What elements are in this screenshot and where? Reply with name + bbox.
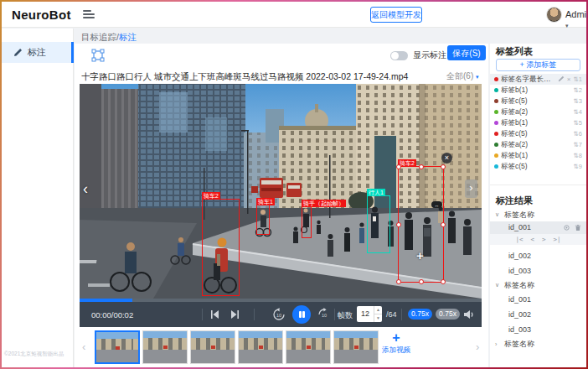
next-frame-button[interactable]: >	[542, 236, 546, 243]
resize-handle[interactable]	[441, 222, 446, 227]
bbox-tool-icon[interactable]	[91, 49, 105, 62]
app-root: NeuroBot 返回模型开发 Admin ▾ 标注 ©2021北京矩视智能出品…	[2, 2, 586, 367]
frame-count-label: 帧数	[338, 310, 353, 321]
tag-label: 标签b(1)	[501, 151, 571, 161]
tag-shortcut: ⇅1	[574, 75, 582, 83]
video-canvas[interactable]: ↔ 骑车2骑车1骑手（起始帧）行人1骑车2 × + ‹ ›	[80, 84, 482, 299]
tag-color-dot	[494, 121, 498, 125]
locate-icon[interactable]	[563, 224, 570, 231]
pause-button[interactable]	[292, 305, 311, 324]
tag-row[interactable]: 标签b(1)⇅5	[490, 117, 586, 128]
annotation-box[interactable]: 骑车2	[398, 166, 444, 283]
strip-next-chevron[interactable]: ›	[476, 340, 479, 353]
crosshair-cursor: +	[416, 248, 424, 262]
video-thumbnail[interactable]	[286, 330, 331, 364]
skip-next-button[interactable]	[230, 309, 240, 320]
back-to-model-dev-button[interactable]: 返回模型开发	[370, 7, 422, 23]
resize-handle[interactable]	[396, 279, 401, 284]
annotation-box-label: 骑手（起始帧）	[302, 200, 346, 207]
chevron-down-icon: ▾	[476, 74, 479, 80]
speed-button-active[interactable]: 0.75x	[408, 309, 432, 320]
result-row[interactable]: id_002	[490, 248, 586, 263]
annotation-box[interactable]: 骑车2	[202, 199, 240, 296]
window-frame: NeuroBot 返回模型开发 Admin ▾ 标注 ©2021北京矩视智能出品…	[0, 0, 588, 369]
result-group-header[interactable]: ›标签名称	[490, 337, 586, 351]
result-row[interactable]: id_002	[490, 307, 586, 322]
sidebar-item-annotate[interactable]: 标注	[2, 42, 74, 63]
tag-color-dot	[494, 164, 498, 169]
resize-handle[interactable]	[441, 164, 446, 169]
chevron-down-icon: ∨	[495, 282, 501, 288]
pencil-icon	[13, 48, 23, 57]
resize-handle[interactable]	[396, 164, 401, 169]
video-thumbnail[interactable]	[190, 330, 235, 364]
stepper-down-icon[interactable]: ▼	[374, 314, 382, 322]
show-annotations-toggle[interactable]	[390, 51, 408, 60]
result-group-header[interactable]: ∨标签名称	[490, 278, 586, 292]
video-thumbnail[interactable]	[238, 330, 283, 364]
save-button[interactable]: 保存(S)	[447, 45, 486, 60]
time-display: 00:00/00:02	[91, 310, 133, 320]
video-thumbnail[interactable]	[142, 330, 188, 364]
skip-prev-button[interactable]	[210, 309, 219, 320]
tag-row[interactable]: 标签a(2)⇅7	[490, 139, 586, 150]
tag-row[interactable]: 标签c(5)⇅3	[490, 96, 586, 107]
tag-row[interactable]: 标签a(2)⇅4	[490, 107, 586, 117]
result-row[interactable]: id_001	[490, 292, 586, 307]
delete-box-button[interactable]: ×	[441, 153, 452, 164]
tag-color-dot	[494, 132, 498, 136]
forward-10-button[interactable]: 10	[317, 308, 331, 321]
tag-row[interactable]: 标签b(1)⇅8	[490, 150, 586, 161]
filmstrip: ‹ + 添加视频 ›	[75, 327, 488, 367]
volume-button[interactable]	[463, 309, 475, 320]
resize-handle[interactable]	[419, 279, 424, 284]
stepper-up-icon[interactable]: ▲	[374, 306, 382, 314]
resize-handle[interactable]	[441, 279, 446, 284]
resize-handle[interactable]	[396, 222, 401, 227]
add-video-button[interactable]: + 添加视频	[377, 330, 415, 364]
avatar[interactable]	[546, 7, 562, 23]
filter-dropdown[interactable]: 全部(6) ▾	[446, 70, 479, 82]
tag-row[interactable]: 标签c(5)⇅6	[490, 128, 586, 139]
collapse-menu-icon[interactable]	[83, 10, 95, 19]
result-row[interactable]: id_003	[490, 322, 586, 337]
tag-row[interactable]: 标签c(5)⇅9	[490, 161, 586, 172]
next-video-chevron[interactable]: ›	[465, 179, 477, 198]
result-row[interactable]: id_003	[490, 263, 586, 278]
video-thumbnail[interactable]	[333, 330, 379, 364]
user-menu[interactable]: Admin ▾	[565, 9, 586, 29]
annotation-box[interactable]: 骑手（起始帧）	[302, 206, 312, 238]
add-tag-button[interactable]: + 添加标签	[496, 59, 580, 71]
chevron-down-icon: ∨	[495, 211, 501, 218]
tag-color-dot	[494, 99, 498, 103]
result-group-header[interactable]: ∨标签名称	[490, 208, 586, 221]
breadcrumb: 目标追踪/标注	[81, 32, 137, 44]
rewind-10-button[interactable]: 10	[272, 308, 286, 321]
result-row-selected[interactable]: id_001	[490, 221, 586, 234]
first-frame-button[interactable]: |<	[515, 236, 523, 243]
tag-list: 标签名字最长数...×⇅1标签b(1)⇅2标签c(5)⇅3标签a(2)⇅4标签b…	[490, 74, 586, 172]
results-title: 标注结果	[496, 195, 533, 207]
resize-handle[interactable]	[419, 164, 424, 169]
annotation-box[interactable]: 骑车1	[256, 205, 270, 235]
prev-frame-button[interactable]: <	[530, 236, 534, 243]
last-frame-button[interactable]: >|	[554, 236, 561, 243]
tag-remove-icon[interactable]: ×	[567, 76, 571, 83]
tag-row[interactable]: 标签名字最长数...×⇅1	[490, 74, 586, 85]
annotation-box[interactable]: 行人1	[367, 195, 390, 253]
tag-edit-icon[interactable]	[558, 75, 565, 84]
trash-icon[interactable]	[575, 224, 581, 231]
top-navbar: NeuroBot 返回模型开发 Admin ▾	[2, 2, 586, 28]
tag-row[interactable]: 标签b(1)⇅2	[490, 85, 586, 96]
video-title: 十字路口路口行人 城市交通上下班高峰斑马线过马路视频 2022-03-02 17…	[81, 71, 433, 83]
speed-button-secondary[interactable]: 0.75x	[436, 309, 460, 320]
tag-shortcut: ⇅5	[574, 119, 582, 127]
video-thumbnail[interactable]	[95, 330, 140, 364]
frame-input[interactable]: 12 ▲▼	[357, 306, 382, 322]
frame-value[interactable]: 12	[357, 306, 374, 322]
breadcrumb-parent[interactable]: 目标追踪	[81, 32, 116, 42]
strip-prev-chevron[interactable]: ‹	[82, 340, 85, 353]
filter-label: 全部(6)	[446, 71, 473, 81]
result-group-name: 标签名称	[504, 210, 534, 221]
prev-video-chevron[interactable]: ‹	[83, 179, 88, 198]
